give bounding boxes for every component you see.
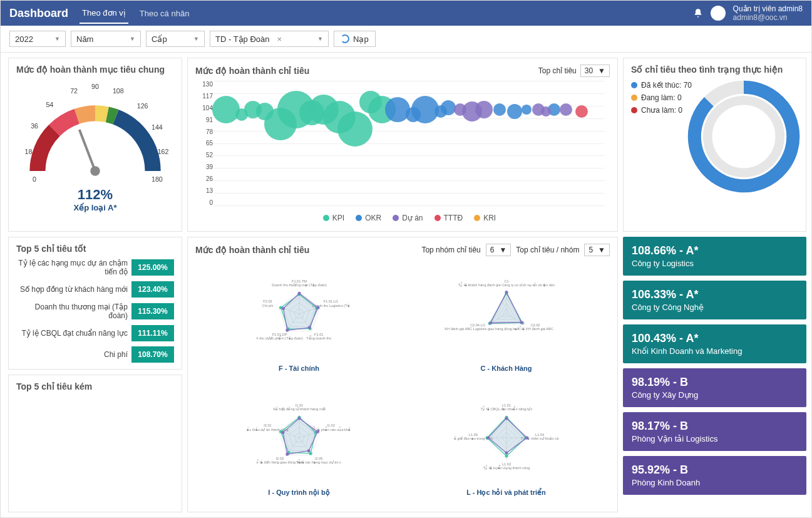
bubble-point[interactable] [493,103,506,116]
chevron-down-icon: ▼ [130,36,135,42]
chevron-down-icon: ▼ [317,36,323,42]
svg-point-65 [520,321,523,324]
svg-point-94 [316,430,319,433]
svg-text:L1.02: L1.02 [501,462,510,466]
svg-text:F2.02: F2.02 [263,299,272,303]
refresh-icon [341,34,349,43]
svg-text:C2.02: C2.02 [530,323,540,327]
bubble-point[interactable] [212,96,240,123]
unit-card[interactable]: 98.19% - BCông ty Xây Dựng [623,368,806,407]
radar-chart: L1.01Tỷ lệ CBQL đạt chuẩn năng lựcL1.04T… [403,381,610,505]
unit-card[interactable]: 98.17% - BPhòng Vận tải Logistics [623,412,806,451]
legend-item[interactable]: OKR [356,214,381,222]
radar-category: F - Tài chính [279,365,319,372]
legend-item[interactable]: KRI [474,214,496,222]
svg-point-96 [285,453,289,456]
svg-text:L1.03: L1.03 [468,433,477,437]
radar-per-select[interactable]: 5▼ [584,244,610,256]
legend-item[interactable]: TTTĐ [434,214,463,222]
reload-button[interactable]: Nạp [334,31,376,47]
gauge-panel: Mức độ hoàn thành mục tiêu chung 0 [8,58,182,232]
bubble-top-select[interactable]: 30▼ [580,65,610,77]
clear-icon[interactable]: × [277,34,282,44]
top5-row: Doanh thu thương mại (Tập đoàn)115.30% [16,303,174,320]
content: Mức độ hoàn thành mục tiêu chung 0 [1,53,811,517]
svg-point-45 [281,307,284,310]
svg-text:162: 162 [158,148,169,155]
svg-text:I2.01: I2.01 [264,423,271,427]
svg-text:108: 108 [113,87,124,95]
svg-text:18: 18 [24,148,32,155]
svg-text:Doanh thu thương mại (Tập đoàn: Doanh thu thương mại (Tập đoàn) [272,283,327,287]
bubble-point[interactable] [560,103,572,116]
top5-good-panel: Top 5 chỉ tiêu tốt Tỷ lệ các hạng mục dự… [8,237,182,370]
radar-group-select[interactable]: 6▼ [486,244,511,256]
filter-row: 2022▼ Năm▼ Cấp▼ TD - Tập Đoàn×▼ Nạp [1,26,811,53]
legend-item[interactable]: KPI [323,214,344,222]
tab-by-person[interactable]: Theo cá nhân [137,4,192,23]
gauge-title: Mức độ hoàn thành mục tiêu chung [16,65,174,75]
svg-text:F1.01: F1.01 [314,332,323,336]
period-select[interactable]: Năm▼ [71,31,141,47]
radar-chart: I1.01Số hợp đồng từ khách hàng mớiI1.02T… [195,381,403,505]
level-select[interactable]: Cấp▼ [146,31,205,47]
bubble-point[interactable] [507,104,522,119]
svg-point-97 [281,431,284,434]
radar-title: Mức độ hoàn thành chỉ tiêu [195,245,309,255]
user-email: admin8@ooc.vn [733,13,803,22]
donut-legend-item: Đang làm: 0 [631,93,692,102]
bubble-point[interactable] [575,105,588,118]
svg-point-121 [525,436,528,439]
svg-point-123 [486,436,490,439]
user-avatar[interactable] [711,6,726,21]
svg-marker-92 [282,418,317,454]
bubble-point[interactable] [541,106,551,117]
legend-item[interactable]: Dự án [393,214,423,222]
svg-text:F1.01.TM: F1.01.TM [291,279,306,282]
svg-text:I1.01: I1.01 [295,403,302,407]
svg-point-64 [505,291,508,294]
unit-cards: 108.66% - A*Công ty Logistics106.33% - A… [623,237,806,512]
user-name: Quản trị viên admin8 [733,4,803,13]
svg-point-120 [505,417,508,420]
unit-card[interactable]: 106.33% - A*Công ty Công Nghệ [623,281,806,319]
svg-text:C1: C1 [504,279,508,282]
donut-legend-item: Đã kết thúc: 70 [631,81,692,90]
top5-row: Số hợp đồng từ khách hàng mới123.40% [16,281,174,298]
svg-text:I2.05: I2.05 [314,457,322,460]
bell-icon[interactable] [693,8,703,18]
svg-text:F1.01.LG: F1.01.LG [323,299,337,303]
bubble-top-label: Top chỉ tiêu [538,66,577,75]
svg-text:0: 0 [33,175,36,183]
svg-text:144: 144 [152,123,163,131]
top5-row: Tỷ lệ CBQL đạt chuẩn năng lực111.11% [16,325,174,341]
svg-point-42 [316,306,319,309]
svg-text:Số hợp đồng từ khách hàng mới: Số hợp đồng từ khách hàng mới [273,407,326,412]
svg-text:36: 36 [31,122,38,130]
unit-card[interactable]: 108.66% - A*Công ty Logistics [623,237,806,276]
bubble-point[interactable] [475,101,493,118]
unit-card[interactable]: 95.92% - BPhòng Kinh Doanh [623,456,806,495]
svg-text:L1.01: L1.01 [501,403,510,407]
svg-point-95 [307,449,310,452]
app-header: Dashboard Theo đơn vị Theo cá nhân Quản … [1,1,811,26]
top5-row: Tỷ lệ các hạng mục dự án chậm tiến độ125… [16,259,174,276]
svg-text:54: 54 [46,101,53,108]
unit-card[interactable]: 100.43% - A*Khối Kinh Doanh và Marketing [623,324,806,363]
svg-point-41 [297,291,301,294]
svg-point-14 [707,100,780,173]
svg-text:72: 72 [70,87,78,95]
unit-select[interactable]: TD - Tập Đoàn×▼ [210,31,329,47]
svg-point-44 [285,328,289,331]
bubble-point[interactable] [337,111,373,147]
bubble-point[interactable] [522,105,532,115]
gauge-rating: Xếp loại A* [16,203,174,212]
tab-by-unit[interactable]: Theo đơn vị [80,3,128,24]
app-window: Dashboard Theo đơn vị Theo cá nhân Quản … [0,0,812,518]
year-select[interactable]: 2022▼ [9,31,66,47]
user-block[interactable]: Quản trị viên admin8 admin8@ooc.vn [733,4,803,22]
svg-text:F1.01.DP: F1.01.DP [272,332,287,336]
svg-marker-40 [283,293,318,330]
svg-point-66 [489,321,492,324]
svg-text:I2.03: I2.03 [275,457,283,460]
